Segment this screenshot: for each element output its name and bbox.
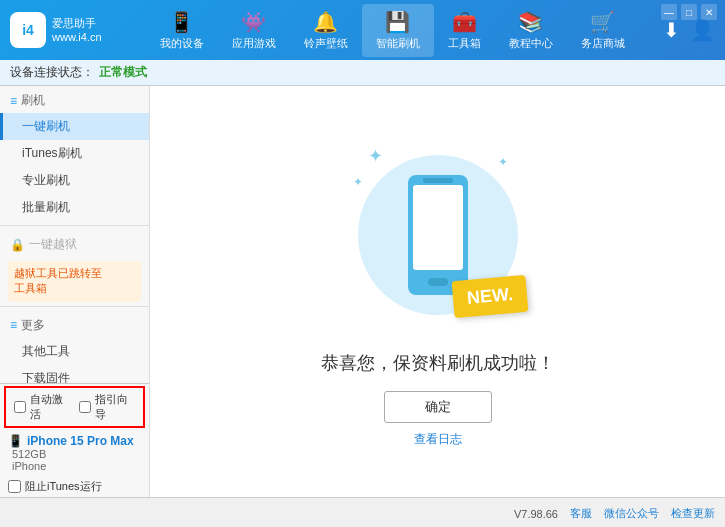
nav-label: 我的设备 [160,36,204,51]
more-section-icon: ≡ [10,318,17,332]
sidebar: ≡ 刷机 一键刷机 iTunes刷机 专业刷机 批量刷机 🔒 一键越狱 [0,86,150,383]
device-icon: 📱 [169,10,194,34]
item-label: 其他工具 [22,344,70,358]
nav-smart-flash[interactable]: 💾 智能刷机 [362,4,434,57]
success-illustration: ✦ ✦ ✦ NEW. [338,135,538,335]
itunes-checkbox[interactable] [8,480,21,493]
item-label: 批量刷机 [22,200,70,214]
logo-icon: i4 [10,12,46,48]
device-name-text: iPhone 15 Pro Max [27,434,134,448]
more-section-label: 更多 [21,317,45,334]
toolbox-icon: 🧰 [452,10,477,34]
apps-icon: 👾 [241,10,266,34]
sidebar-item-pro-flash[interactable]: 专业刷机 [0,167,149,194]
new-badge-text: NEW. [467,284,515,308]
restore-section-icon: 🔒 [10,238,25,252]
version-label: V7.98.66 [514,508,558,520]
device-storage: 512GB [8,448,141,460]
flash-section-label: 刷机 [21,92,45,109]
window-controls: — □ ✕ [661,4,717,20]
sidebar-warning: 越狱工具已跳转至工具箱 [8,261,141,302]
logo-brand: 爱思助手 www.i4.cn [52,16,102,45]
svg-rect-2 [423,178,453,183]
item-label: 专业刷机 [22,173,70,187]
maximize-button[interactable]: □ [681,4,697,20]
auto-activate-checkbox[interactable] [14,401,26,413]
header: i4 爱思助手 www.i4.cn 📱 我的设备 👾 应用游戏 🔔 铃声壁纸 💾 [0,0,725,60]
customer-service-link[interactable]: 客服 [570,506,592,521]
service-icon: 🛒 [590,10,615,34]
header-right: ⬇ 👤 [663,18,715,42]
nav-label: 务店商城 [581,36,625,51]
confirm-button[interactable]: 确定 [384,391,492,423]
status-label: 设备连接状态： [10,64,94,81]
nav-label: 应用游戏 [232,36,276,51]
sidebar-bottom: 自动激活 指引向导 📱 iPhone 15 Pro Max 512GB iPho… [0,383,149,497]
nav-my-device[interactable]: 📱 我的设备 [146,4,218,57]
nav-label: 智能刷机 [376,36,420,51]
item-label: 一键刷机 [22,119,70,133]
logo-text: i4 [22,22,34,38]
device-info: 📱 iPhone 15 Pro Max 512GB iPhone [0,430,149,476]
footer: V7.98.66 客服 微信公众号 检查更新 [0,497,725,527]
footer-right: V7.98.66 客服 微信公众号 检查更新 [514,506,715,521]
nav-label: 工具箱 [448,36,481,51]
nav-ringtone[interactable]: 🔔 铃声壁纸 [290,4,362,57]
phone-icon: 📱 [8,434,23,448]
svg-rect-1 [413,185,463,270]
nav-toolbox[interactable]: 🧰 工具箱 [434,4,495,57]
sidebar-item-other-tools[interactable]: 其他工具 [0,338,149,365]
logo-url: www.i4.cn [52,30,102,44]
sidebar-section-restore: 🔒 一键越狱 [0,230,149,257]
auto-activate-label: 自动激活 [30,392,71,422]
auto-activate-row: 自动激活 指引向导 [4,386,145,428]
download-button[interactable]: ⬇ [663,18,680,42]
sidebar-section-more: ≡ 更多 [0,311,149,338]
divider1 [0,225,149,226]
check-update-link[interactable]: 检查更新 [671,506,715,521]
sidebar-item-download-firmware[interactable]: 下载固件 [0,365,149,383]
restore-section-label: 一键越狱 [29,236,77,253]
wechat-link[interactable]: 微信公众号 [604,506,659,521]
flash-icon: 💾 [385,10,410,34]
item-label: iTunes刷机 [22,146,82,160]
svg-rect-3 [428,278,448,286]
tutorial-icon: 📚 [518,10,543,34]
sparkle3: ✦ [353,175,363,189]
user-button[interactable]: 👤 [690,18,715,42]
sidebar-section-flash: ≡ 刷机 [0,86,149,113]
nav-label: 教程中心 [509,36,553,51]
guide-label: 指引向导 [95,392,136,422]
itunes-row: 阻止iTunes运行 [0,476,149,497]
sidebar-item-one-click-flash[interactable]: 一键刷机 [0,113,149,140]
nav-service[interactable]: 🛒 务店商城 [567,4,639,57]
status-bar: 设备连接状态： 正常模式 [0,60,725,86]
new-badge: NEW. [452,275,529,318]
content-area: ✦ ✦ ✦ NEW. 恭喜您，保资料刷机成功啦！ 确定 查看日志 [150,86,725,497]
sparkle1: ✦ [368,145,383,167]
item-label: 下载固件 [22,371,70,383]
divider2 [0,306,149,307]
device-type: iPhone [8,460,141,472]
flash-section-icon: ≡ [10,94,17,108]
guide-wizard-checkbox[interactable] [79,401,91,413]
itunes-label: 阻止iTunes运行 [25,479,102,494]
sparkle2: ✦ [498,155,508,169]
device-name-row: 📱 iPhone 15 Pro Max [8,434,141,448]
close-button[interactable]: ✕ [701,4,717,20]
logo-name: 爱思助手 [52,16,102,30]
nav-label: 铃声壁纸 [304,36,348,51]
success-message: 恭喜您，保资料刷机成功啦！ [321,351,555,375]
nav-tutorial[interactable]: 📚 教程中心 [495,4,567,57]
ringtone-icon: 🔔 [313,10,338,34]
view-log-link[interactable]: 查看日志 [414,431,462,448]
logo: i4 爱思助手 www.i4.cn [10,12,102,48]
warning-text: 越狱工具已跳转至工具箱 [14,267,102,294]
status-value: 正常模式 [99,64,147,81]
nav-bar: 📱 我的设备 👾 应用游戏 🔔 铃声壁纸 💾 智能刷机 🧰 工具箱 📚 [122,4,663,57]
sidebar-item-batch-flash[interactable]: 批量刷机 [0,194,149,221]
nav-apps-games[interactable]: 👾 应用游戏 [218,4,290,57]
minimize-button[interactable]: — [661,4,677,20]
sidebar-item-itunes-flash[interactable]: iTunes刷机 [0,140,149,167]
